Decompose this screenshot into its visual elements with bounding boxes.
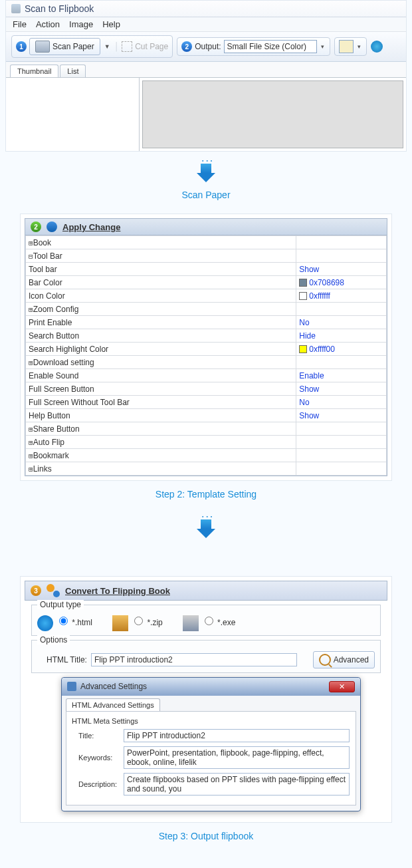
scan-dropdown-arrow[interactable]: ▼ — [103, 43, 112, 50]
output-type-group: Output type *.html *.zip *.exe — [31, 605, 381, 636]
output-select[interactable]: Small File Size (Color) — [224, 40, 317, 53]
workspace — [6, 77, 406, 151]
radio-zip[interactable]: *.zip — [112, 615, 163, 631]
step1-badge: 1 — [16, 41, 27, 52]
property-row[interactable]: Full Screen Without Tool BarNo — [26, 396, 387, 409]
property-row[interactable]: Bar Color0x708698 — [26, 276, 387, 289]
output-dropdown-arrow[interactable]: ▾ — [320, 43, 326, 50]
convert-header: 3 Convert To Flipping Book — [25, 581, 387, 601]
dialog-close-button[interactable]: ✕ — [329, 681, 355, 692]
scan-paper-label: Scan Paper — [52, 42, 94, 51]
property-row[interactable]: Icon Color0xffffff — [26, 289, 387, 303]
scanner-icon — [35, 41, 50, 53]
caption-scan-paper: Scan Paper — [0, 187, 412, 214]
property-row[interactable]: Help ButtonShow — [26, 409, 387, 422]
preview-pane — [142, 80, 403, 148]
toolbar: 1 Scan Paper ▼ │ Cut Page 2 Output: Smal… — [6, 32, 406, 62]
meta-title-label: Title: — [78, 732, 118, 740]
settings-gear-icon[interactable] — [371, 41, 383, 53]
property-row[interactable]: ⊞Bookmark — [26, 449, 387, 462]
app-icon — [11, 4, 21, 13]
cut-page-button[interactable]: Cut Page — [135, 42, 168, 51]
html-title-input[interactable]: Flip PPT introduction2 — [91, 653, 297, 666]
options-label: Options — [37, 635, 70, 645]
property-row[interactable]: ⊟Tool Bar — [26, 249, 387, 263]
menu-image[interactable]: Image — [69, 19, 93, 29]
meta-section-label: HTML Meta Settings — [72, 717, 350, 725]
refresh-icon[interactable] — [47, 221, 57, 232]
color-dropdown-arrow[interactable]: ▾ — [356, 43, 362, 50]
html-title-label: HTML Title: — [47, 655, 87, 664]
flow-arrow-2: ▪ ▪ ▪ — [0, 513, 412, 543]
convert-title[interactable]: Convert To Flipping Book — [65, 586, 170, 596]
page-color-swatch[interactable] — [339, 40, 354, 53]
scan-paper-button[interactable]: Scan Paper — [29, 38, 100, 55]
apply-change-title[interactable]: Apply Change — [62, 222, 120, 232]
menu-action[interactable]: Action — [36, 19, 60, 29]
property-row[interactable]: ⊞Book — [26, 236, 387, 249]
property-row[interactable]: ⊞Zoom Config — [26, 303, 387, 316]
menubar: File Action Image Help — [6, 17, 406, 32]
property-row[interactable]: Full Screen ButtonShow — [26, 382, 387, 396]
radio-exe[interactable]: *.exe — [183, 615, 236, 631]
meta-title-input[interactable]: Flip PPT introduction2 — [124, 729, 350, 742]
property-row[interactable]: ⊞Links — [26, 462, 387, 476]
app-title: Scan to Flipbook — [25, 3, 94, 14]
options-group: Options HTML Title: Flip PPT introductio… — [31, 640, 381, 673]
dialog-title: Advanced Settings — [80, 682, 147, 691]
magnify-icon — [319, 654, 331, 666]
property-row[interactable]: ⊞Share Button — [26, 422, 387, 436]
advanced-settings-dialog: Advanced Settings ✕ HTML Advanced Settin… — [61, 677, 361, 811]
meta-desc-input[interactable]: Create flipbooks based on PPT slides wit… — [124, 773, 350, 796]
caption-step2: Step 2: Template Setting — [0, 481, 412, 513]
meta-keywords-label: Keywords: — [78, 754, 118, 762]
property-row[interactable]: ⊞Download setting — [26, 356, 387, 369]
output-type-label: Output type — [37, 600, 84, 609]
caption-step3: Step 3: Output flipbook — [0, 823, 412, 855]
html-icon — [37, 615, 53, 631]
menu-help[interactable]: Help — [102, 19, 120, 29]
left-tabs: Thumbnail List — [6, 62, 406, 77]
thumbnail-pane — [6, 78, 140, 151]
cut-page-icon — [122, 41, 132, 52]
output-label: Output: — [195, 42, 221, 51]
meta-desc-label: Description: — [78, 780, 118, 788]
window-titlebar: Scan to Flipbook — [6, 1, 406, 17]
property-row[interactable]: Search Highlight Color0xffff00 — [26, 343, 387, 356]
advanced-button[interactable]: Advanced — [313, 651, 375, 668]
gears-icon — [47, 584, 60, 597]
flow-arrow-1: ▪ ▪ ▪ — [0, 157, 412, 187]
property-row[interactable]: ⊞Auto Flip — [26, 436, 387, 449]
menu-file[interactable]: File — [13, 19, 27, 29]
exe-icon — [183, 615, 199, 631]
radio-html[interactable]: *.html — [37, 615, 92, 631]
thumbnail-tab[interactable]: Thumbnail — [10, 65, 58, 77]
property-row[interactable]: Search ButtonHide — [26, 329, 387, 343]
property-row[interactable]: Tool barShow — [26, 263, 387, 276]
step2-badge: 2 — [181, 41, 192, 52]
apply-change-header: 2 Apply Change — [25, 218, 387, 235]
zip-icon — [112, 615, 128, 631]
dialog-tab-html[interactable]: HTML Advanced Settings — [66, 698, 160, 711]
property-grid[interactable]: ⊞Book⊟Tool BarTool barShowBar Color0x708… — [25, 235, 387, 476]
apply-badge: 2 — [31, 221, 41, 232]
list-tab[interactable]: List — [60, 65, 86, 77]
meta-keywords-input[interactable]: PowerPoint, presentation, flipbook, page… — [124, 746, 350, 769]
property-row[interactable]: Enable SoundEnable — [26, 369, 387, 382]
dialog-icon — [67, 682, 76, 691]
property-row[interactable]: Print EnableNo — [26, 316, 387, 329]
convert-badge: 3 — [31, 585, 41, 596]
